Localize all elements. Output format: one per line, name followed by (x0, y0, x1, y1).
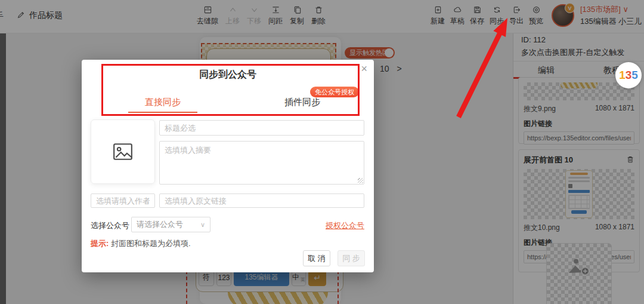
title-input[interactable] (159, 120, 364, 136)
summary-textarea[interactable] (159, 141, 364, 185)
image-icon (112, 141, 134, 162)
tab-plugin-sync[interactable]: 插件同步 (243, 97, 362, 108)
no-auth-badge: 免公众号授权 (310, 87, 359, 97)
cancel-button[interactable]: 取 消 (303, 250, 330, 266)
dialog-title: 同步到公众号 (82, 69, 374, 81)
app-window: 手 作品标题 去缝隙 上移 (0, 0, 644, 304)
tab-direct-sync[interactable]: 直接同步 (103, 97, 222, 108)
sync-dialog: × 同步到公众号 直接同步 插件同步 免公众号授权 选择公众号 请选择公众号 ∨… (82, 60, 374, 272)
required-fields-tip: 提示: 封面图和标题为必填项. (91, 238, 191, 249)
select-account-label: 选择公众号 (91, 220, 129, 231)
brand-135-logo[interactable]: 135 (615, 62, 642, 88)
authorize-account-link[interactable]: 授权公众号 (326, 220, 364, 231)
author-input[interactable] (91, 194, 155, 208)
sync-submit-button[interactable]: 同 步 (338, 250, 365, 266)
cover-image-upload[interactable] (91, 119, 155, 184)
chevron-down-icon: ∨ (200, 221, 205, 229)
account-select[interactable]: 请选择公众号 ∨ (131, 217, 210, 232)
source-link-input[interactable] (159, 194, 364, 208)
active-tab-underline (128, 112, 197, 113)
